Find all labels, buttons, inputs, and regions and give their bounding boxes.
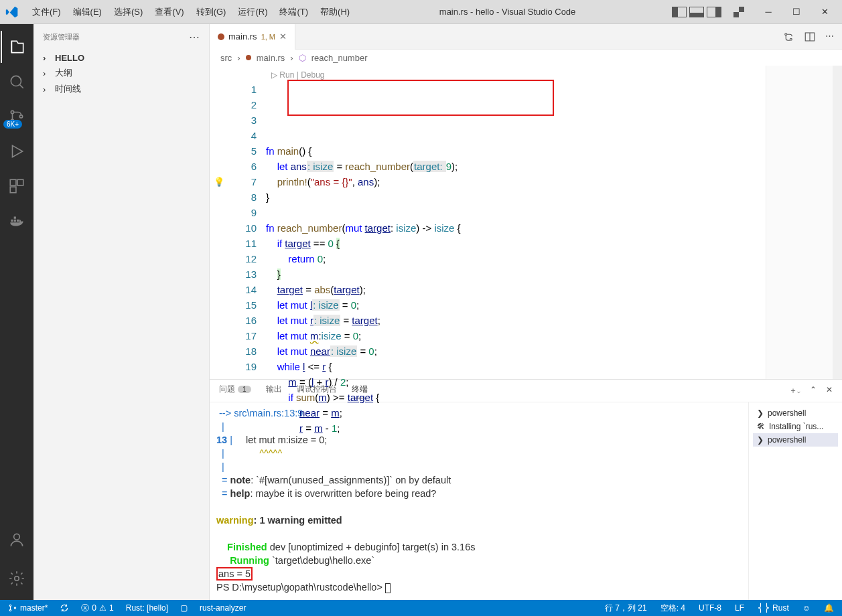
- status-indent[interactable]: 空格: 4: [658, 603, 688, 614]
- layout-bottom-icon[interactable]: [689, 7, 704, 17]
- menu-selection[interactable]: 选择(S): [109, 3, 148, 21]
- tab-main-rs[interactable]: main.rs 1, M ✕: [210, 24, 295, 50]
- menu-edit[interactable]: 编辑(E): [68, 3, 107, 21]
- annotation-box-1: [287, 80, 554, 116]
- tree-label: 大纲: [55, 67, 72, 79]
- function-icon: ⬡: [299, 53, 306, 63]
- svg-rect-6: [10, 187, 16, 193]
- status-errors-warnings[interactable]: ⓧ 0 ⚠ 1: [78, 603, 116, 614]
- sidebar-title: 资源管理器: [43, 32, 80, 42]
- glyph-margin: 💡: [210, 66, 228, 379]
- sidebar: 资源管理器 ⋯ ›HELLO ›大纲 ›时间线: [33, 24, 210, 600]
- terminal-item-task[interactable]: 🛠Installing `rus...: [753, 420, 838, 433]
- status-sync[interactable]: [57, 603, 72, 613]
- breadcrumb-symbol[interactable]: reach_number: [311, 53, 368, 63]
- extensions-icon[interactable]: [1, 170, 33, 202]
- explorer-icon[interactable]: [1, 31, 33, 63]
- maximize-icon[interactable]: ☐: [784, 3, 809, 21]
- status-target-icon[interactable]: ▢: [178, 603, 190, 613]
- svg-point-12: [15, 576, 19, 581]
- chevron-right-icon: ›: [43, 84, 51, 94]
- source-control-icon[interactable]: 6K+: [1, 100, 33, 133]
- menu-help[interactable]: 帮助(H): [315, 3, 355, 21]
- rust-file-icon: [218, 33, 224, 40]
- explorer-tree: ›HELLO ›大纲 ›时间线: [33, 50, 209, 98]
- menu-bar: 文件(F) 编辑(E) 选择(S) 查看(V) 转到(G) 运行(R) 终端(T…: [27, 3, 355, 21]
- vertical-scrollbar[interactable]: [833, 66, 842, 379]
- new-terminal-icon[interactable]: ＋⌵: [789, 385, 800, 396]
- maximize-panel-icon[interactable]: ⌃: [810, 385, 817, 396]
- svg-point-0: [11, 76, 21, 86]
- tree-folder-hello[interactable]: ›HELLO: [38, 51, 205, 65]
- status-language[interactable]: ⎨⎬ Rust: [755, 603, 792, 614]
- scm-badge: 6K+: [3, 120, 22, 129]
- compare-icon[interactable]: [782, 31, 794, 43]
- minimize-icon[interactable]: ─: [756, 3, 780, 21]
- tab-filename: main.rs: [228, 31, 257, 42]
- search-icon[interactable]: [1, 66, 33, 98]
- annotation-box-2: ans = 5: [216, 567, 253, 581]
- breadcrumb-file[interactable]: main.rs: [257, 53, 285, 63]
- lightbulb-icon[interactable]: 💡: [214, 177, 224, 187]
- run-debug-icon[interactable]: [1, 135, 33, 167]
- status-branch[interactable]: master*: [5, 603, 50, 613]
- editor-area: main.rs 1, M ✕ ⋯ src› main.rs› ⬡ reach_n…: [210, 24, 842, 600]
- status-encoding[interactable]: UTF-8: [696, 603, 724, 614]
- tree-label: 时间线: [55, 83, 81, 95]
- tab-close-icon[interactable]: ✕: [279, 31, 287, 42]
- split-editor-icon[interactable]: [804, 31, 816, 43]
- menu-terminal[interactable]: 终端(T): [274, 3, 313, 21]
- terminal-item-powershell[interactable]: ❯powershell: [753, 406, 838, 420]
- status-cursor-pos[interactable]: 行 7，列 21: [602, 603, 650, 614]
- menu-go[interactable]: 转到(G): [191, 3, 232, 21]
- terminal-cursor: [385, 583, 391, 593]
- chevron-right-icon: ›: [43, 68, 51, 78]
- svg-point-18: [14, 607, 15, 609]
- layout-right-icon[interactable]: [707, 7, 721, 17]
- layout-customize-icon[interactable]: [733, 7, 744, 17]
- status-rust-analyzer[interactable]: rust-analyzer: [197, 603, 249, 613]
- menu-file[interactable]: 文件(F): [27, 3, 66, 21]
- panel-tab-problems[interactable]: 问题1: [219, 384, 251, 398]
- tree-timeline[interactable]: ›时间线: [38, 81, 205, 97]
- svg-rect-8: [14, 220, 16, 222]
- tab-actions: ⋯: [774, 31, 842, 43]
- editor[interactable]: 💡 12345678910111213141516171819 ▷ Run | …: [210, 66, 842, 379]
- svg-point-3: [19, 115, 22, 118]
- problems-count: 1: [238, 386, 251, 393]
- layout-left-icon[interactable]: [672, 7, 687, 17]
- layout-buttons: [672, 7, 721, 17]
- breadcrumb-src[interactable]: src: [220, 53, 232, 63]
- status-eol[interactable]: LF: [732, 603, 747, 614]
- statusbar: master* ⓧ 0 ⚠ 1 Rust: [hello] ▢ rust-ana…: [0, 600, 842, 616]
- code-content[interactable]: ▷ Run | Debug fn main() { let ans: isize…: [266, 66, 766, 379]
- svg-point-16: [9, 605, 11, 606]
- svg-rect-4: [10, 179, 16, 185]
- status-notifications-icon[interactable]: 🔔: [821, 603, 837, 614]
- minimap[interactable]: [766, 66, 833, 379]
- more-icon[interactable]: ⋯: [189, 31, 200, 44]
- svg-point-14: [790, 38, 792, 40]
- svg-rect-7: [11, 220, 13, 222]
- rust-file-icon: [246, 55, 251, 60]
- svg-point-13: [785, 33, 787, 35]
- svg-rect-5: [17, 179, 23, 185]
- titlebar: 文件(F) 编辑(E) 选择(S) 查看(V) 转到(G) 运行(R) 终端(T…: [0, 0, 842, 24]
- tree-label: HELLO: [55, 53, 84, 63]
- status-feedback-icon[interactable]: ☺: [800, 603, 813, 614]
- accounts-icon[interactable]: [1, 524, 33, 556]
- close-panel-icon[interactable]: ✕: [826, 385, 833, 396]
- menu-run[interactable]: 运行(R): [232, 3, 273, 21]
- tree-outline[interactable]: ›大纲: [38, 65, 205, 81]
- docker-icon[interactable]: [1, 205, 33, 237]
- line-numbers: 12345678910111213141516171819: [228, 66, 266, 379]
- settings-gear-icon[interactable]: [1, 562, 33, 595]
- status-rust-project[interactable]: Rust: [hello]: [123, 603, 171, 613]
- close-icon[interactable]: ✕: [813, 3, 837, 21]
- menu-view[interactable]: 查看(V): [149, 3, 189, 21]
- svg-point-1: [11, 110, 13, 113]
- terminal-item-powershell-2[interactable]: ❯powershell: [753, 433, 838, 447]
- breadcrumbs[interactable]: src› main.rs› ⬡ reach_number: [210, 50, 842, 66]
- window-title: main.rs - hello - Visual Studio Code: [355, 7, 660, 17]
- more-icon[interactable]: ⋯: [825, 31, 834, 43]
